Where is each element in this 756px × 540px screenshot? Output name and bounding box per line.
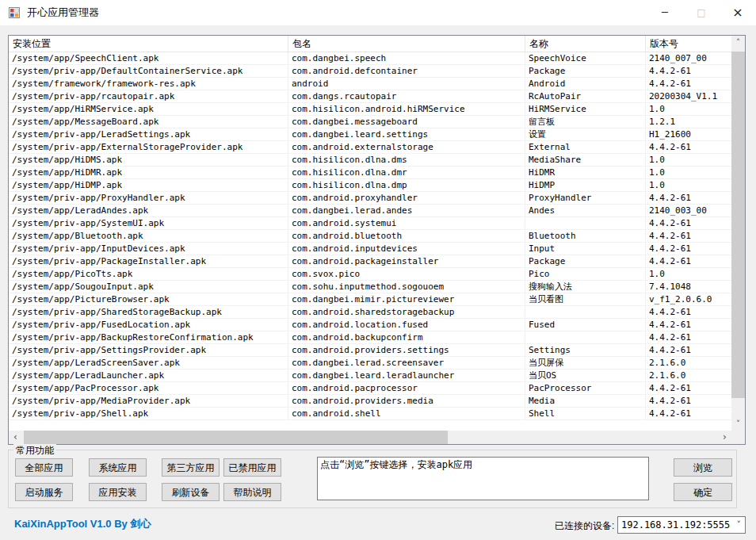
table-cell: com.dangs.rcautopair: [288, 90, 525, 102]
third-party-apps-button[interactable]: 第三方应用: [162, 458, 220, 477]
table-cell: External: [525, 141, 646, 153]
table-cell: 4.4.2-61: [646, 331, 731, 343]
table-row[interactable]: /system/app/PacProcessor.apkcom.android.…: [9, 382, 731, 395]
table-row[interactable]: /system/priv-app/DefaultContainerService…: [9, 65, 731, 78]
scroll-left-icon[interactable]: ‹: [9, 431, 22, 444]
vertical-scrollbar-thumb[interactable]: [731, 52, 745, 398]
horizontal-scrollbar-thumb[interactable]: [24, 431, 448, 444]
table-cell: Input: [525, 243, 646, 255]
table-cell: com.android.bluetooth: [288, 230, 525, 242]
table-cell: /system/app/HiDMR.apk: [9, 167, 288, 178]
start-service-button[interactable]: 启动服务: [15, 483, 73, 501]
table-row[interactable]: /system/priv-app/FusedLocation.apkcom.an…: [9, 319, 731, 331]
table-row[interactable]: /system/priv-app/InputDevices.apkcom.and…: [9, 243, 731, 255]
table-cell: Package: [525, 65, 646, 77]
scroll-up-icon[interactable]: ˄: [731, 36, 745, 49]
table-cell: com.android.inputdevices: [288, 243, 525, 255]
table-row[interactable]: /system/app/HiDMR.apkcom.hisilicon.dlna.…: [9, 167, 731, 179]
table-cell: 1.2.1: [646, 116, 731, 128]
app-icon: [8, 6, 21, 19]
system-apps-button[interactable]: 系统应用: [89, 458, 147, 477]
table-cell: com.android.packageinstaller: [288, 255, 525, 267]
refresh-device-button[interactable]: 刷新设备: [162, 483, 220, 501]
table-row[interactable]: /system/priv-app/ExternalStorageProvider…: [9, 141, 731, 154]
minimize-button[interactable]: ─: [647, 0, 683, 25]
table-row[interactable]: /system/app/LeradAndes.apkcom.dangbei.le…: [9, 205, 731, 217]
table-cell: Android: [525, 78, 646, 90]
table-row[interactable]: /system/priv-app/PackageInstaller.apkcom…: [9, 255, 731, 268]
table-cell: 4.4.2-61: [646, 319, 731, 331]
table-row[interactable]: /system/app/MessageBoard.apkcom.dangbei.…: [9, 116, 731, 128]
table-cell: com.dangbei.leard.settings: [288, 128, 525, 140]
table-cell: 4.4.2-61: [646, 306, 731, 318]
table-row[interactable]: /system/app/SpeechClient.apkcom.dangbei.…: [9, 52, 731, 65]
table-row[interactable]: /system/priv-app/LeradSettings.apkcom.da…: [9, 128, 731, 141]
table-row[interactable]: /system/priv-app/SettingsProvider.apkcom…: [9, 344, 731, 357]
table-row[interactable]: /system/priv-app/BackupRestoreConfirmati…: [9, 331, 731, 344]
disabled-apps-button[interactable]: 已禁用应用: [223, 458, 281, 477]
install-app-button[interactable]: 应用安装: [89, 483, 147, 501]
table-row[interactable]: /system/app/LeradLauncher.apkcom.dangbei…: [9, 370, 731, 382]
table-cell: /system/priv-app/SharedStorageBackup.apk: [9, 306, 288, 318]
table-row[interactable]: /system/priv-app/SystemUI.apkcom.android…: [9, 217, 731, 230]
table-row[interactable]: /system/app/HiDMP.apkcom.hisilicon.dlna.…: [9, 179, 731, 192]
column-header-install-path[interactable]: 安装位置: [9, 36, 288, 52]
table-cell: com.dangbei.speech: [288, 52, 525, 64]
table-row[interactable]: /system/priv-app/rcautopair.apkcom.dangs…: [9, 90, 731, 103]
table-row[interactable]: /system/app/SougouInput.apkcom.sohu.inpu…: [9, 281, 731, 293]
table-row[interactable]: /system/priv-app/Shell.apkcom.android.sh…: [9, 408, 731, 420]
table-row[interactable]: /system/priv-app/SharedStorageBackup.apk…: [9, 306, 731, 319]
column-header-version[interactable]: 版本号: [646, 36, 731, 52]
table-row[interactable]: /system/framework/framework-res.apkandro…: [9, 78, 731, 90]
table-row[interactable]: /system/app/HiRMService.apkcom.hisilicon…: [9, 103, 731, 116]
table-cell: com.dangbei.lerad.screensaver: [288, 357, 525, 369]
window-title: 开心应用管理器: [27, 0, 99, 25]
scroll-down-icon[interactable]: ˅: [731, 417, 745, 431]
device-combobox[interactable]: 192.168.31.192:5555 ˅: [617, 516, 746, 534]
table-row[interactable]: /system/app/PicoTts.apkcom.svox.picoPico…: [9, 268, 731, 281]
table-cell: com.hisilicon.android.hiRMService: [288, 103, 525, 115]
table-cell: Pico: [525, 268, 646, 280]
table-cell: H1_21600: [646, 128, 731, 140]
browse-button[interactable]: 浏览: [674, 458, 732, 477]
help-button[interactable]: 帮助说明: [223, 483, 281, 501]
table-cell: com.hisilicon.dlna.dms: [288, 154, 525, 166]
table-row[interactable]: /system/app/LeradScreenSaver.apkcom.dang…: [9, 357, 731, 370]
table-cell: com.dangbei.mimir.pictureviewer: [288, 293, 525, 305]
table-cell: /system/priv-app/LeradSettings.apk: [9, 128, 288, 140]
table-cell: com.android.proxyhandler: [288, 192, 525, 204]
scroll-right-icon[interactable]: ›: [718, 431, 731, 444]
table-cell: /system/priv-app/SystemUI.apk: [9, 217, 288, 229]
table-cell: [525, 306, 646, 318]
table-cell: 4.4.2-61: [646, 141, 731, 153]
table-cell: /system/priv-app/SettingsProvider.apk: [9, 344, 288, 356]
table-cell: /system/priv-app/rcautopair.apk: [9, 90, 288, 102]
table-cell: 1.0: [646, 103, 731, 115]
table-cell: 4.4.2-61: [646, 255, 731, 267]
table-cell: RcAutoPair: [525, 90, 646, 102]
table-row[interactable]: /system/app/Bluetooth.apkcom.android.blu…: [9, 230, 731, 243]
table-cell: com.android.defcontainer: [288, 65, 525, 77]
apk-path-input[interactable]: 点击“浏览”按键选择，安装apk应用: [317, 457, 649, 500]
close-button[interactable]: ×: [720, 0, 756, 25]
table-cell: [525, 217, 646, 229]
all-apps-button[interactable]: 全部应用: [15, 458, 73, 477]
table-cell: 当贝看图: [525, 293, 646, 305]
table-row[interactable]: /system/app/HiDMS.apkcom.hisilicon.dlna.…: [9, 154, 731, 167]
ok-button[interactable]: 确定: [674, 483, 732, 501]
table-cell: com.svox.pico: [288, 268, 525, 280]
table-cell: Media: [525, 395, 646, 407]
table-cell: 2.1.6.0: [646, 357, 731, 369]
table-row[interactable]: /system/app/PictureBrowser.apkcom.dangbe…: [9, 293, 731, 306]
column-header-package[interactable]: 包名: [288, 36, 525, 52]
table-cell: 1.0: [646, 167, 731, 178]
table-cell: MediaShare: [525, 154, 646, 166]
table-cell: /system/framework/framework-res.apk: [9, 78, 288, 90]
table-row[interactable]: /system/priv-app/ProxyHandler.apkcom.and…: [9, 192, 731, 205]
table-cell: 4.4.2-61: [646, 382, 731, 394]
table-cell: Package: [525, 255, 646, 267]
table-cell: com.android.sharedstoragebackup: [288, 306, 525, 318]
table-row[interactable]: /system/priv-app/MediaProvider.apkcom.an…: [9, 395, 731, 408]
column-header-name[interactable]: 名称: [525, 36, 646, 52]
table-cell: com.android.pacprocessor: [288, 382, 525, 394]
